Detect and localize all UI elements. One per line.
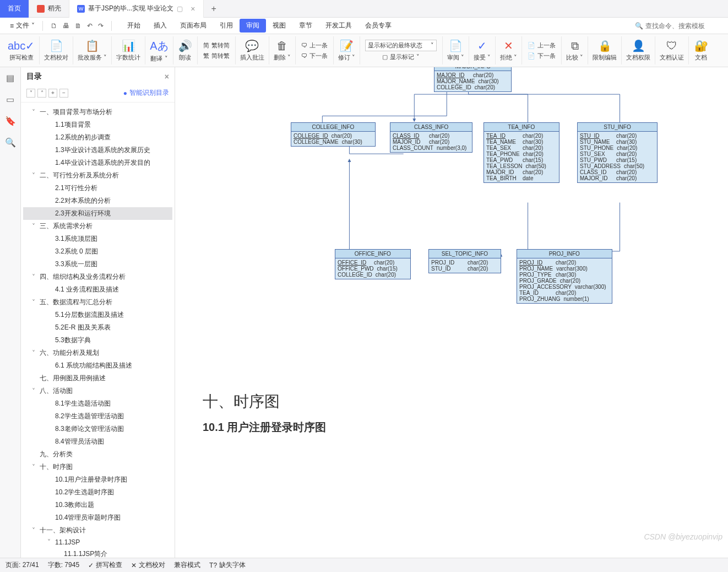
outline-item[interactable]: 11.1.1JSP简介 xyxy=(23,548,172,558)
approve-service-button[interactable]: 📋批改服务 ˅ xyxy=(73,36,112,64)
close-icon[interactable]: × xyxy=(191,4,195,13)
auto-toc-button[interactable]: ● 智能识别目录 xyxy=(123,88,169,98)
tab-view[interactable]: 视图 xyxy=(266,19,292,33)
tab-chapter[interactable]: 章节 xyxy=(292,19,319,33)
outline-item[interactable]: 5.1分层数据流图及描述 xyxy=(23,309,172,321)
read-aloud-button[interactable]: 🔊朗读 xyxy=(173,36,198,64)
translate-button[interactable]: Aあ翻译 ˅ xyxy=(145,36,173,64)
outline-item[interactable]: 8.4管理员活动图 xyxy=(23,435,172,448)
word-count-button[interactable]: 📊字数统计 xyxy=(112,36,145,64)
doc-security-button[interactable]: 🔐文档 xyxy=(689,36,713,64)
spell-status[interactable]: ✓ 拼写检查 xyxy=(88,560,122,570)
document-proof-button[interactable]: 📄文档校对 xyxy=(40,36,73,64)
outline-item[interactable]: ˅十一、架构设计 xyxy=(23,524,172,537)
decrease-level-icon[interactable]: − xyxy=(59,89,68,98)
outline-item[interactable]: 6.1 系统功能结构图及描述 xyxy=(23,359,172,372)
entity-major-info: MAJOR_INFOMAJOR_IDchar(20)MAJOR_NAMEchar… xyxy=(434,67,512,92)
outline-item[interactable]: 10.1用户注册登录时序图 xyxy=(23,473,172,486)
outline-item[interactable]: 2.1可行性分析 xyxy=(23,182,172,195)
outline-item[interactable]: 5.2E-R 图及关系表 xyxy=(23,321,172,334)
tab-insert[interactable]: 插入 xyxy=(147,19,173,33)
outline-item[interactable]: 3.1系统顶层图 xyxy=(23,233,172,245)
tab-devtools[interactable]: 开发工具 xyxy=(319,19,358,33)
tab-pin-icon[interactable]: ▢ xyxy=(177,5,183,13)
outline-item[interactable]: 5.3数据字典 xyxy=(23,334,172,347)
outline-item[interactable]: ˅八、活动图 xyxy=(23,385,172,397)
outline-item[interactable]: 1.4毕业设计选题系统的开发目的 xyxy=(23,157,172,169)
outline-item[interactable]: 10.3教师出题 xyxy=(23,499,172,511)
outline-item[interactable]: 2.2对本系统的分析 xyxy=(23,195,172,207)
outline-item[interactable]: 10.2学生选题时序图 xyxy=(23,486,172,499)
next-comment[interactable]: 🗨 下一条 xyxy=(300,51,329,61)
search-input[interactable] xyxy=(645,22,722,30)
outline-item[interactable]: 2.3开发和运行环境 xyxy=(23,207,172,220)
doc-permission-button[interactable]: 👤文档权限 xyxy=(622,36,655,64)
prev-comment[interactable]: 🗨 上一条 xyxy=(300,41,329,50)
compare-button[interactable]: ⧉比较 ˅ xyxy=(562,36,588,64)
outline-item[interactable]: ˅二、可行性分析及系统分析 xyxy=(23,169,172,182)
outline-item[interactable]: ˅五、数据流程与汇总分析 xyxy=(23,296,172,309)
restrict-edit-button[interactable]: 🔒限制编辑 xyxy=(588,36,622,64)
word-count[interactable]: 字数: 7945 xyxy=(48,560,79,570)
show-markup-dropdown[interactable]: ▢ 显示标记 ˅ xyxy=(381,52,421,62)
print-icon[interactable]: 🖶 xyxy=(63,22,69,30)
command-search[interactable]: 🔍 xyxy=(635,22,722,30)
outline-item[interactable]: ˅一、项目背景与市场分析 xyxy=(23,106,172,118)
outline-item[interactable]: ˅三、系统需求分析 xyxy=(23,220,172,233)
tab-home[interactable]: 首页 xyxy=(0,0,29,18)
delete-comment-button[interactable]: 🗑删除 ˅ xyxy=(269,36,296,64)
outline-item[interactable]: ˅六、功能分析及规划 xyxy=(23,347,172,359)
outline-item[interactable]: 8.3老师论文管理活动图 xyxy=(23,423,172,435)
outline-item[interactable]: 1.1项目背景 xyxy=(23,118,172,131)
file-menu[interactable]: ≡ 文件 ˅ xyxy=(6,21,39,30)
outline-item[interactable]: 10.4管理员审题时序图 xyxy=(23,511,172,524)
missing-font[interactable]: T? 缺失字体 xyxy=(209,560,246,570)
page-indicator[interactable]: 页面: 27/41 xyxy=(6,560,39,570)
increase-level-icon[interactable]: + xyxy=(48,89,57,98)
traditional-to-simplified[interactable]: 简 繁转简 xyxy=(202,41,231,50)
new-tab-button[interactable]: + xyxy=(204,4,224,14)
print-preview-icon[interactable]: 🗎 xyxy=(75,22,82,30)
tab-start[interactable]: 开始 xyxy=(121,19,147,33)
doc-auth-button[interactable]: 🛡文档认证 xyxy=(655,36,689,64)
simplified-to-traditional[interactable]: 繁 简转繁 xyxy=(202,51,231,61)
outline-item[interactable]: 8.1学生选题活动图 xyxy=(23,397,172,410)
outline-item[interactable]: 3.3系统一层图 xyxy=(23,258,172,271)
tab-daoke[interactable]: 稻壳 xyxy=(29,0,69,18)
collapse-all-icon[interactable]: ˅ xyxy=(26,89,35,98)
reject-button[interactable]: ✕拒绝 ˅ xyxy=(496,36,522,64)
outline-item[interactable]: 8.2学生选题管理活动图 xyxy=(23,410,172,423)
save-icon[interactable]: 🗋 xyxy=(51,22,57,30)
bookmark-icon[interactable]: 🔖 xyxy=(5,116,16,126)
outline-item[interactable]: 七、用例图及用例描述 xyxy=(23,372,172,385)
outline-item[interactable]: ˅11.1JSP xyxy=(23,537,172,548)
spell-check-button[interactable]: abc✓拼写检查 xyxy=(3,36,40,64)
review-pane-button[interactable]: 📄审阅 ˅ xyxy=(443,36,469,64)
prev-revision[interactable]: 📄 上一条 xyxy=(526,41,557,50)
insert-comment-button[interactable]: 💬插入批注 xyxy=(236,36,269,64)
outline-item[interactable]: ˅四、组织结构及业务流程分析 xyxy=(23,271,172,283)
outline-item[interactable]: 4.1 业务流程图及描述 xyxy=(23,283,172,296)
next-revision[interactable]: 📄 下一条 xyxy=(526,51,557,61)
close-panel-icon[interactable]: × xyxy=(165,72,169,81)
tab-review[interactable]: 审阅 xyxy=(240,19,266,33)
track-changes-button[interactable]: 📝修订 ˅ xyxy=(334,36,360,64)
slide-icon[interactable]: ▭ xyxy=(6,94,14,105)
tab-references[interactable]: 引用 xyxy=(213,19,240,33)
outline-item[interactable]: ˅十、时序图 xyxy=(23,461,172,473)
accept-button[interactable]: ✓接受 ˅ xyxy=(469,36,496,64)
outline-item[interactable]: 3.2系统 0 层图 xyxy=(23,245,172,258)
tab-member[interactable]: 会员专享 xyxy=(358,19,398,33)
undo-icon[interactable]: ↶ xyxy=(87,22,93,30)
markup-state-dropdown[interactable]: 显示标记的最终状态˅ xyxy=(365,40,437,51)
proof-status[interactable]: ✕ 文档校对 xyxy=(131,560,165,570)
outline-item[interactable]: 九、分析类 xyxy=(23,448,172,461)
tab-page-layout[interactable]: 页面布局 xyxy=(173,19,213,33)
search-icon[interactable]: 🔍 xyxy=(5,137,16,148)
outline-item[interactable]: 1.2系统的初步调查 xyxy=(23,131,172,144)
tab-document[interactable]: W 基于JSP的毕...实现 毕业论文 ▢ × xyxy=(69,0,204,18)
outline-icon[interactable]: ▤ xyxy=(6,73,14,83)
expand-all-icon[interactable]: ˄ xyxy=(37,89,46,98)
outline-item[interactable]: 1.3毕业设计选题系统的发展历史 xyxy=(23,144,172,157)
redo-icon[interactable]: ↷ xyxy=(98,22,104,30)
